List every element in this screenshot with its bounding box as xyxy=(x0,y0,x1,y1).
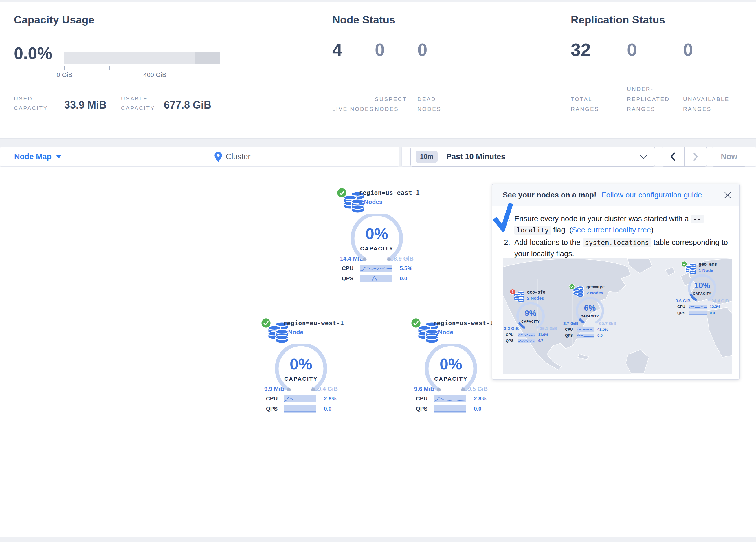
view-selector-label: Node Map xyxy=(14,152,52,161)
qps-value: 0.0 xyxy=(597,333,603,338)
capacity-axis-label: 0 GiB xyxy=(44,71,85,79)
cpu-value: 5.5% xyxy=(400,265,412,272)
locality-card-us-west-1[interactable]: region=us-west-1 1 Node 0% CAPACITY 9.6 … xyxy=(403,318,499,413)
time-range-badge: 10m xyxy=(416,150,438,163)
qps-sparkline xyxy=(577,334,594,338)
dead-nodes-label: DEAD NODES xyxy=(417,94,460,114)
alert-count-badge: 1 xyxy=(510,289,515,295)
locality-card-us-east-1[interactable]: region=us-east-1 2 Nodes 0% CAPACITY 14.… xyxy=(329,187,425,282)
popup-instructions: 1. Ensure every node in your cluster was… xyxy=(492,206,739,259)
unavailable-ranges-value: 0 xyxy=(683,39,739,60)
close-icon[interactable] xyxy=(724,192,731,198)
dead-nodes-value: 0 xyxy=(417,39,460,60)
node-map-page: Capacity Usage 0.0% 0 GiB 400 GiB USED C… xyxy=(0,0,756,542)
cpu-metric-row: CPU 2.8% xyxy=(416,395,499,403)
capacity-gauge: 6% CAPACITY xyxy=(572,297,607,325)
capacity-gauge-percent: 0% xyxy=(421,355,481,373)
step-2: 2. Add locations to the system.locations… xyxy=(504,237,732,259)
capacity-gauge-percent: 9% xyxy=(513,309,548,318)
qps-sparkline xyxy=(689,311,707,315)
locality-card-header: region=us-east-1 2 Nodes xyxy=(329,187,425,212)
cpu-value: 2.6% xyxy=(324,396,336,402)
qps-sparkline xyxy=(284,405,316,413)
node-map-canvas: region=us-east-1 2 Nodes 0% CAPACITY 14.… xyxy=(0,167,756,537)
unavailable-ranges-stat: 0 UNAVAILABLE RANGES xyxy=(683,39,739,114)
now-button[interactable]: Now xyxy=(712,146,746,167)
node-status-stats: 4 LIVE NODES 0 SUSPECT NODES 0 DEAD NODE… xyxy=(332,39,460,114)
capacity-percent: 0.0% xyxy=(14,43,52,63)
suspect-nodes-value: 0 xyxy=(375,39,417,60)
qps-value: 0.0 xyxy=(324,406,331,412)
locality-node-count: 2 Nodes xyxy=(586,291,605,295)
qps-metric-row: QPS 0.0 xyxy=(266,405,349,413)
locality-card-eu-west-1[interactable]: region=eu-west-1 1 Node 0% CAPACITY 9.9 … xyxy=(253,318,349,413)
time-back-button[interactable] xyxy=(662,147,685,166)
breadcrumb[interactable]: Cluster xyxy=(214,147,251,166)
healthy-check-icon xyxy=(411,318,421,328)
blue-check-icon xyxy=(490,201,516,235)
locality-node-count: 1 Node xyxy=(283,329,344,336)
live-nodes-label: LIVE NODES xyxy=(332,104,375,114)
locality-node-count: 1 Node xyxy=(433,329,494,336)
locality-name: geo=nyc xyxy=(586,284,605,290)
time-range-dropdown[interactable]: 10m Past 10 Minutes xyxy=(410,146,655,167)
location-pin-icon xyxy=(214,152,222,162)
time-step-controls xyxy=(662,146,707,167)
capacity-gauge-percent: 6% xyxy=(572,304,607,313)
time-forward-button[interactable] xyxy=(685,147,707,166)
capacity-gauge: 0% CAPACITY xyxy=(346,214,407,263)
capacity-axis-tick xyxy=(109,66,110,70)
chevron-right-icon xyxy=(692,152,699,161)
cpu-value: 42.5% xyxy=(597,327,608,332)
example-world-map: 1 geo=sfo 2 Nodes 9% xyxy=(503,258,732,374)
cpu-label: CPU xyxy=(506,333,518,337)
cpu-label: CPU xyxy=(565,327,577,332)
capacity-gauge-label: CAPACITY xyxy=(685,292,720,295)
cpu-metric-row: CPU 11.0% xyxy=(506,332,559,337)
healthy-check-icon xyxy=(261,318,271,328)
qps-sparkline xyxy=(434,405,466,413)
cpu-sparkline xyxy=(434,395,466,403)
cpu-metric-row: CPU 12.3% xyxy=(677,304,731,309)
total-ranges-label: TOTAL RANGES xyxy=(571,94,619,114)
view-selector-dropdown[interactable]: Node Map xyxy=(14,147,61,166)
popup-header: See your nodes on a map! Follow our conf… xyxy=(492,184,739,206)
time-range-label: Past 10 Minutes xyxy=(446,152,505,161)
capacity-axis-tick xyxy=(64,66,65,70)
under-replicated-stat: 0 UNDER-REPLICATED RANGES xyxy=(627,39,683,114)
healthy-check-icon xyxy=(569,284,575,290)
unavailable-ranges-label: UNAVAILABLE RANGES xyxy=(683,94,731,114)
step-number: 2. xyxy=(504,237,514,259)
capacity-gauge-label: CAPACITY xyxy=(346,245,407,252)
locality-card-header: region=eu-west-1 1 Node xyxy=(253,318,349,342)
configuration-guide-link[interactable]: Follow our configuration guide xyxy=(602,190,702,199)
locality-node-count: 2 Nodes xyxy=(359,198,420,205)
locality-node-count: 2 Nodes xyxy=(527,296,545,301)
cpu-metric-row: CPU 42.5% xyxy=(565,327,619,332)
qps-metric-row: QPS 4.7 xyxy=(506,338,559,343)
usable-capacity-value: 677.8 GiB xyxy=(164,99,211,111)
cpu-metric-row: CPU 5.5% xyxy=(342,264,425,272)
step-1: 1. Ensure every node in your cluster was… xyxy=(504,213,732,236)
under-replicated-value: 0 xyxy=(627,39,683,60)
database-stack-icon xyxy=(514,291,525,303)
cpu-metric-row: CPU 2.6% xyxy=(266,395,349,403)
healthy-check-icon xyxy=(681,261,687,267)
capacity-gauge: 0% CAPACITY xyxy=(271,344,331,393)
cpu-sparkline xyxy=(577,328,594,332)
cpu-value: 12.3% xyxy=(710,305,720,309)
locality-node-count: 1 Node xyxy=(699,268,717,273)
qps-label: QPS xyxy=(342,276,360,282)
step-text: Ensure every node in your cluster was st… xyxy=(514,213,732,236)
caret-down-icon xyxy=(56,155,61,158)
chevron-down-icon xyxy=(640,152,647,159)
capacity-gauge: 9% CAPACITY xyxy=(513,302,548,330)
qps-metric-row: QPS 0.0 xyxy=(342,275,425,282)
qps-value: 0.0 xyxy=(710,311,715,315)
locality-flag-code: -- xyxy=(691,214,704,223)
cpu-label: CPU xyxy=(266,396,284,402)
capacity-gauge-label: CAPACITY xyxy=(271,376,331,382)
system-locations-code: system.locations xyxy=(583,238,652,247)
replication-stats: 32 TOTAL RANGES 0 UNDER-REPLICATED RANGE… xyxy=(571,39,739,114)
locality-tree-link[interactable]: See current locality tree xyxy=(572,225,651,234)
